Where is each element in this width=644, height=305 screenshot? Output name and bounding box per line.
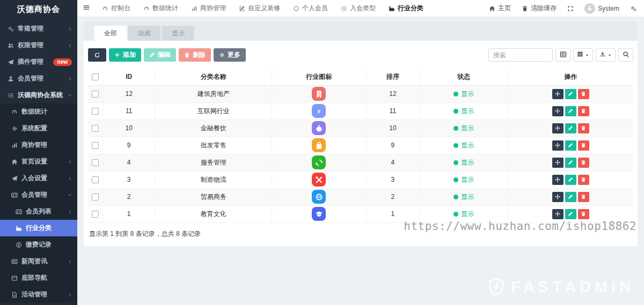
row-checkbox[interactable] — [92, 91, 99, 98]
cogs-icon — [7, 26, 14, 32]
paging-toggle-button[interactable] — [555, 48, 570, 62]
topnav-tab[interactable]: 行业分类 — [382, 0, 430, 17]
row-checkbox[interactable] — [92, 159, 99, 166]
search-icon — [623, 51, 630, 59]
topnav-tab[interactable]: 商协管理 — [185, 0, 232, 17]
row-delete-button[interactable] — [578, 158, 589, 168]
fullscreen-button[interactable] — [562, 0, 579, 17]
row-checkbox[interactable] — [92, 194, 99, 200]
table-row: 3制造物流3显示 — [88, 171, 633, 188]
row-edit-button[interactable] — [565, 209, 576, 219]
select-all-checkbox[interactable] — [92, 73, 99, 80]
industry-moneybag-icon — [312, 121, 326, 135]
move-button[interactable] — [552, 192, 564, 202]
edit-button[interactable]: 编辑 — [144, 48, 176, 62]
status-badge: 显示 — [453, 158, 474, 167]
row-delete-button[interactable] — [578, 209, 589, 219]
move-button[interactable] — [552, 175, 564, 185]
sidebar-item-plane[interactable]: 入会设置 — [0, 170, 77, 187]
topnav-tab[interactable]: 个人会员 — [287, 0, 334, 17]
cell-sort: 2 — [366, 188, 420, 205]
row-edit-button[interactable] — [565, 89, 576, 99]
move-button[interactable] — [552, 89, 564, 99]
panel-body: 添加 编辑 删除 更多 — [84, 41, 638, 246]
move-button[interactable] — [552, 140, 564, 151]
refresh-button[interactable] — [88, 48, 106, 62]
table-body: 12建筑房地产12显示11互联网行业e11显示10金融餐饮10显示9批发零售9显… — [88, 85, 633, 222]
category-panel: 全部隐藏显示 添加 编辑 删除 更多 — [84, 21, 638, 246]
clear-cache-link[interactable]: 清除缓存 — [516, 0, 562, 17]
settings-button[interactable] — [625, 0, 642, 17]
columns-button[interactable] — [573, 48, 593, 62]
add-button[interactable]: 添加 — [109, 48, 141, 62]
row-edit-button[interactable] — [565, 106, 576, 116]
sidebar-item-home[interactable]: 首页设置 — [0, 153, 77, 170]
row-delete-button[interactable] — [578, 106, 589, 116]
filter-tab[interactable]: 全部 — [94, 26, 127, 41]
delete-button[interactable]: 删除 — [179, 48, 211, 62]
row-edit-button[interactable] — [565, 192, 576, 202]
topnav-tab[interactable]: 自定义装修 — [232, 0, 287, 17]
sidebar-toggle-button[interactable] — [77, 0, 96, 17]
sidebar-item-money[interactable]: 缴费记录 — [0, 236, 77, 253]
search-button[interactable] — [618, 48, 633, 62]
sidebar-item-factory[interactable]: 行业分类 — [0, 220, 77, 236]
row-checkbox[interactable] — [92, 176, 99, 183]
cell-id: 4 — [103, 154, 155, 171]
status-dot-icon — [453, 92, 458, 96]
search-input[interactable] — [488, 48, 553, 62]
move-button[interactable] — [552, 158, 564, 168]
sidebar-item-gauge[interactable]: 数据统计 — [0, 103, 77, 120]
shield-icon — [487, 278, 506, 296]
caret-down-icon — [585, 51, 589, 59]
row-edit-button[interactable] — [565, 158, 576, 168]
sidebar-item-gear[interactable]: 系统配置 — [0, 120, 77, 137]
status-badge: 显示 — [453, 90, 474, 99]
row-checkbox[interactable] — [92, 125, 99, 132]
sidebar-item-idcard[interactable]: 会员管理 — [0, 187, 77, 203]
cell-sort: 1 — [366, 205, 420, 222]
move-button[interactable] — [552, 106, 564, 116]
sidebar-item-news[interactable]: 新闻资讯 — [0, 253, 77, 270]
export-button[interactable] — [596, 48, 616, 62]
topnav-tab[interactable]: 入会类型 — [334, 0, 382, 17]
row-delete-button[interactable] — [578, 192, 589, 202]
row-delete-button[interactable] — [578, 175, 589, 185]
row-checkbox[interactable] — [92, 211, 99, 218]
move-button[interactable] — [552, 209, 564, 219]
sidebar-item-users[interactable]: 权限管理 — [0, 37, 77, 54]
sidebar-item-window[interactable]: 底部导航 — [0, 270, 77, 286]
sidebar-item-user[interactable]: 会员管理 — [0, 70, 77, 87]
sidebar-item-cogs[interactable]: 常规管理 — [0, 20, 77, 37]
sidebar-item-file[interactable]: 活动管理 — [0, 286, 77, 303]
industry-recycle-icon — [312, 155, 326, 169]
row-checkbox[interactable] — [92, 142, 99, 149]
chevron-left-icon — [68, 210, 72, 214]
row-delete-button[interactable] — [578, 123, 589, 133]
row-checkbox[interactable] — [92, 108, 99, 115]
row-edit-button[interactable] — [565, 175, 576, 185]
sidebar-item-plane[interactable]: 插件管理new — [0, 54, 77, 70]
topnav-tab[interactable]: 数据统计 — [137, 0, 185, 17]
money-icon — [15, 242, 23, 248]
sidebar-item-idcard[interactable]: 会员列表 — [0, 203, 77, 220]
cell-sort: 12 — [366, 85, 420, 102]
sidebar-item-chart[interactable]: 商协管理 — [0, 137, 77, 153]
home-link[interactable]: 主页 — [484, 0, 516, 17]
row-edit-button[interactable] — [565, 140, 576, 151]
cell-category-name: 服务管理 — [155, 154, 272, 171]
move-button[interactable] — [552, 123, 564, 133]
filter-tab[interactable]: 显示 — [162, 26, 194, 41]
table-row: 2贸易商务2显示 — [88, 188, 633, 205]
more-button[interactable]: 更多 — [214, 48, 246, 62]
row-edit-button[interactable] — [565, 123, 576, 133]
user-menu[interactable]: System — [579, 0, 625, 17]
row-delete-button[interactable] — [578, 89, 589, 99]
filter-tab[interactable]: 隐藏 — [128, 26, 160, 41]
cell-id: 1 — [103, 205, 155, 222]
topnav-tab[interactable]: 控制台 — [96, 0, 137, 17]
row-delete-button[interactable] — [578, 140, 589, 151]
sidebar-item-list[interactable]: 沃德商协会系统 — [0, 87, 77, 103]
industry-globe-icon — [312, 190, 326, 204]
cell-sort: 9 — [366, 137, 420, 154]
